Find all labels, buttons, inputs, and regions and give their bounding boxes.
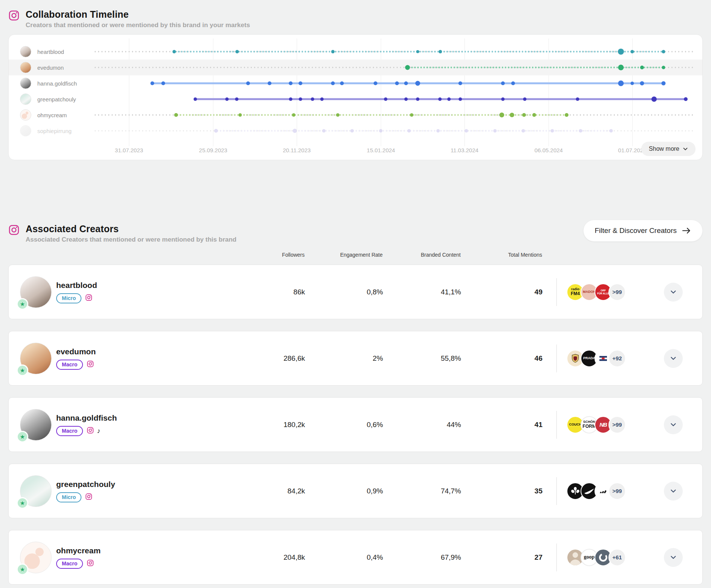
mention-dot[interactable] (415, 81, 420, 86)
mention-dot[interactable] (404, 81, 408, 85)
more-brands-badge[interactable]: >99 (608, 283, 626, 301)
mention-dot[interactable] (289, 98, 293, 101)
mention-dot[interactable] (395, 81, 399, 85)
mention-dot[interactable] (225, 98, 229, 101)
mention-dot[interactable] (610, 129, 613, 133)
mention-dot[interactable] (174, 113, 178, 117)
more-brands-badge[interactable]: +92 (608, 350, 626, 367)
mention-dot[interactable] (374, 81, 377, 85)
mention-dot[interactable] (410, 113, 413, 117)
mention-dot[interactable] (532, 113, 536, 117)
mention-dot[interactable] (510, 113, 514, 117)
mention-dot[interactable] (522, 129, 525, 133)
filter-discover-creators-button[interactable]: Filter & Discover Creators (583, 220, 703, 242)
timeline-row[interactable]: greenpatchouly (9, 91, 702, 107)
mention-dot[interactable] (662, 66, 665, 69)
mention-dot[interactable] (239, 113, 242, 117)
mention-dot[interactable] (214, 129, 218, 133)
timeline-row[interactable]: heartblood (9, 44, 702, 60)
timeline-row[interactable]: evedumon (9, 60, 702, 75)
show-more-button[interactable]: Show more (641, 142, 696, 156)
mention-dot[interactable] (161, 81, 165, 85)
mention-dot[interactable] (576, 98, 579, 101)
platform-icons: ♪ (87, 427, 100, 435)
mention-dot[interactable] (311, 98, 314, 101)
mention-dot[interactable] (662, 81, 666, 86)
mention-dot[interactable] (651, 96, 657, 102)
mention-dot[interactable] (331, 81, 335, 85)
more-brands-badge[interactable]: >99 (608, 416, 626, 433)
mention-dot[interactable] (416, 98, 419, 101)
mention-dot[interactable] (340, 81, 344, 85)
creator-card-row[interactable]: ★ greenpatchouly Micro 84,2k 0,9% 74,7% … (8, 464, 703, 518)
mention-dot[interactable] (408, 129, 411, 133)
mention-dot[interactable] (640, 81, 644, 86)
mention-dot[interactable] (268, 81, 271, 85)
mention-dot[interactable] (246, 81, 250, 85)
mention-dot[interactable] (618, 65, 624, 70)
mention-dot[interactable] (405, 98, 408, 101)
mention-dot[interactable] (618, 49, 624, 55)
mention-dot[interactable] (331, 50, 334, 54)
mention-dot[interactable] (235, 98, 238, 101)
mention-dot[interactable] (684, 97, 688, 101)
mention-dot[interactable] (618, 81, 624, 86)
creator-card-row[interactable]: ★ heartblood Micro 86k 0,8% 41,1% 49 rad… (8, 265, 703, 319)
expand-row-button[interactable] (664, 548, 683, 567)
mention-dot[interactable] (236, 50, 239, 54)
expand-row-button[interactable] (664, 283, 683, 302)
timeline-row[interactable]: hanna.goldfisch (9, 75, 702, 91)
mention-dot[interactable] (458, 81, 462, 85)
mention-dot[interactable] (336, 113, 339, 117)
mention-dot[interactable] (416, 50, 419, 53)
mention-dot[interactable] (458, 98, 462, 101)
timeline-row[interactable]: sophiepirrung (9, 123, 702, 139)
mention-dot[interactable] (631, 82, 634, 85)
mention-dot[interactable] (350, 129, 354, 133)
creator-card-row[interactable]: ★ hanna.goldfisch Macro ♪ 180,2k 0,6% 44… (8, 397, 703, 452)
mention-dot[interactable] (379, 129, 383, 133)
creator-name: sophiepirrung (37, 128, 93, 134)
mention-dot[interactable] (293, 129, 297, 133)
mention-dot[interactable] (662, 50, 665, 54)
mention-dot[interactable] (550, 129, 554, 133)
mention-dot[interactable] (384, 98, 388, 101)
mention-dot[interactable] (631, 50, 634, 54)
mention-dot[interactable] (292, 113, 296, 117)
mention-dot[interactable] (405, 65, 410, 70)
mention-dot[interactable] (438, 98, 441, 101)
platform-icons (87, 559, 94, 568)
mention-dot[interactable] (193, 98, 197, 101)
mention-dot[interactable] (579, 129, 582, 133)
expand-row-button[interactable] (664, 482, 683, 501)
mention-dot[interactable] (640, 66, 644, 69)
expand-row-button[interactable] (664, 415, 683, 434)
mention-dot[interactable] (289, 81, 293, 85)
mention-dot[interactable] (522, 113, 526, 117)
mention-dot[interactable] (493, 129, 497, 133)
mention-dot[interactable] (501, 81, 505, 85)
timeline-row[interactable]: ohmycream (9, 107, 702, 123)
mention-dot[interactable] (447, 98, 451, 101)
mention-dot[interactable] (299, 81, 302, 85)
expand-row-button[interactable] (664, 349, 683, 368)
mention-dot[interactable] (150, 81, 154, 85)
more-brands-badge[interactable]: +61 (608, 549, 626, 566)
mention-dot[interactable] (172, 50, 176, 54)
mention-dot[interactable] (464, 129, 468, 133)
mention-dot[interactable] (500, 113, 504, 118)
mention-dot[interactable] (320, 98, 324, 101)
tier-badge: Micro (56, 293, 81, 303)
mention-line (176, 114, 567, 116)
mention-dot[interactable] (511, 81, 515, 85)
mention-dot[interactable] (501, 98, 505, 101)
mention-dot[interactable] (436, 129, 440, 133)
mention-dot[interactable] (439, 50, 442, 54)
mention-dot[interactable] (565, 113, 568, 117)
mention-dot[interactable] (523, 98, 526, 101)
creator-card-row[interactable]: ★ ohmycream Macro 204,8k 0,4% 67,9% 27 g… (8, 530, 703, 585)
creator-card-row[interactable]: ★ evedumon Macro 286,6k 2% 55,8% 46 PRAD… (8, 331, 703, 386)
more-brands-badge[interactable]: >99 (608, 482, 626, 500)
mention-dot[interactable] (322, 129, 325, 133)
mention-dot[interactable] (299, 98, 302, 101)
